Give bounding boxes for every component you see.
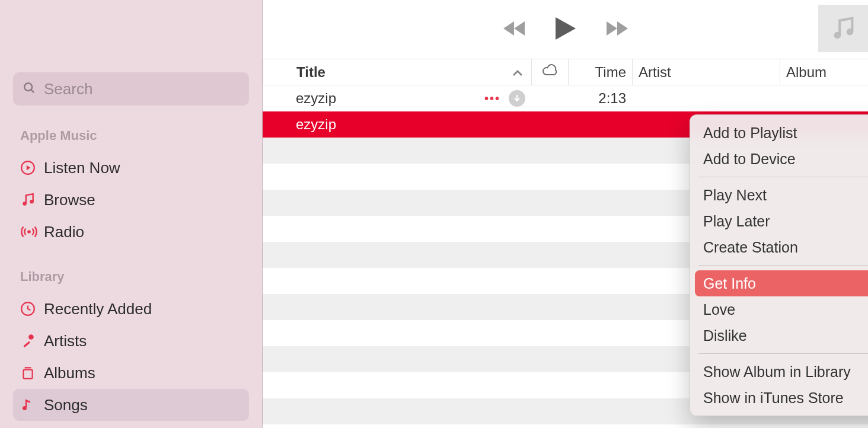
track-title: ezyzip [296, 90, 336, 107]
svg-point-8 [28, 334, 34, 340]
track-row[interactable]: ezyzip ••• 2:13 [263, 85, 868, 111]
play-circle-icon [20, 160, 44, 175]
sidebar-item-listen-now[interactable]: Listen Now [13, 152, 249, 184]
ctx-item-label: Add to Device [703, 151, 796, 168]
svg-point-5 [30, 200, 34, 204]
ctx-get-info[interactable]: Get Info [695, 270, 868, 296]
track-title: ezyzip [296, 116, 336, 133]
album-icon [20, 365, 44, 381]
song-icon [20, 397, 44, 413]
svg-marker-3 [27, 165, 31, 171]
search-input[interactable] [44, 80, 240, 98]
context-menu: Add to Playlist Add to Device Play Next … [690, 114, 868, 416]
more-options-button[interactable]: ••• [484, 92, 500, 106]
svg-point-18 [847, 28, 854, 36]
ctx-item-label: Love [703, 301, 735, 318]
ctx-item-label: Dislike [703, 327, 747, 344]
previous-track-button[interactable] [503, 20, 527, 39]
sidebar-item-label: Listen Now [44, 159, 120, 177]
ctx-separator [698, 265, 868, 266]
svg-rect-9 [23, 341, 30, 347]
ctx-add-to-playlist[interactable]: Add to Playlist [695, 120, 868, 146]
column-artist[interactable]: Artist [632, 59, 780, 85]
sidebar-item-browse[interactable]: Browse [13, 184, 249, 216]
ctx-play-later[interactable]: Play Later [695, 208, 868, 234]
ctx-item-label: Play Later [703, 213, 770, 230]
svg-point-11 [23, 406, 27, 410]
sidebar-item-label: Songs [44, 396, 88, 414]
now-playing-artwork[interactable] [818, 5, 868, 52]
column-label: Time [595, 64, 626, 81]
radio-icon [20, 225, 44, 238]
cloud-icon [541, 64, 559, 81]
svg-line-1 [31, 90, 34, 93]
chevron-up-icon [512, 64, 523, 81]
ctx-separator [698, 353, 868, 354]
svg-marker-16 [617, 21, 628, 36]
column-time[interactable]: Time [568, 59, 632, 85]
section-library-label: Library [20, 269, 249, 285]
svg-marker-12 [514, 21, 525, 36]
sidebar-item-label: Recently Added [44, 300, 152, 318]
ctx-create-station[interactable]: Create Station [695, 234, 868, 260]
column-header-row: Title Time Artist Album [263, 59, 868, 85]
column-label: Artist [639, 64, 671, 81]
ctx-dislike[interactable]: Dislike [695, 322, 868, 349]
ctx-show-itunes[interactable]: Show in iTunes Store [695, 385, 868, 411]
ctx-add-to-device[interactable]: Add to Device [695, 146, 868, 172]
sidebar-item-label: Browse [44, 191, 95, 209]
ctx-item-label: Create Station [703, 239, 798, 256]
svg-point-4 [23, 202, 27, 206]
svg-marker-13 [503, 21, 514, 36]
ctx-item-label: Add to Playlist [703, 124, 797, 142]
ctx-play-next[interactable]: Play Next [695, 182, 868, 208]
column-cloud[interactable] [531, 59, 568, 85]
microphone-icon [20, 333, 44, 349]
sidebar-item-radio[interactable]: Radio [13, 216, 249, 248]
column-album[interactable]: Album [780, 59, 868, 85]
clock-icon [20, 301, 44, 317]
section-apple-music-label: Apple Music [20, 128, 249, 143]
ctx-item-label: Show Album in Library [703, 363, 851, 381]
search-field[interactable] [13, 72, 249, 106]
column-label: Album [786, 64, 826, 81]
track-time: 2:13 [598, 90, 626, 107]
sidebar-item-label: Albums [44, 364, 95, 382]
sidebar-item-recently-added[interactable]: Recently Added [13, 293, 249, 325]
sidebar-item-label: Artists [44, 332, 87, 350]
svg-point-17 [834, 32, 841, 39]
playback-bar [263, 0, 868, 59]
svg-marker-14 [556, 17, 576, 40]
svg-point-0 [24, 83, 32, 91]
download-button[interactable] [509, 90, 525, 107]
next-track-button[interactable] [604, 20, 628, 39]
ctx-item-label: Get Info [703, 275, 756, 292]
ctx-love[interactable]: Love [695, 296, 868, 322]
main-content: Title Time Artist Album ezyzip ••• [263, 0, 868, 428]
ctx-item-label: Show in iTunes Store [703, 389, 844, 407]
ctx-item-label: Play Next [703, 187, 767, 204]
play-button[interactable] [556, 17, 576, 42]
column-label: Title [296, 64, 326, 81]
sidebar-item-label: Radio [44, 223, 84, 241]
svg-point-6 [27, 230, 31, 234]
svg-marker-15 [607, 21, 617, 36]
music-note-icon [20, 192, 44, 207]
sidebar-item-albums[interactable]: Albums [13, 357, 249, 389]
ctx-show-album[interactable]: Show Album in Library [695, 359, 868, 385]
svg-rect-10 [23, 370, 32, 379]
ctx-separator [698, 177, 868, 177]
sidebar: Apple Music Listen Now Browse Radio [0, 0, 263, 428]
column-title[interactable]: Title [263, 59, 531, 85]
search-icon [23, 81, 36, 97]
sidebar-item-songs[interactable]: Songs [13, 389, 249, 421]
sidebar-item-artists[interactable]: Artists [13, 325, 249, 357]
